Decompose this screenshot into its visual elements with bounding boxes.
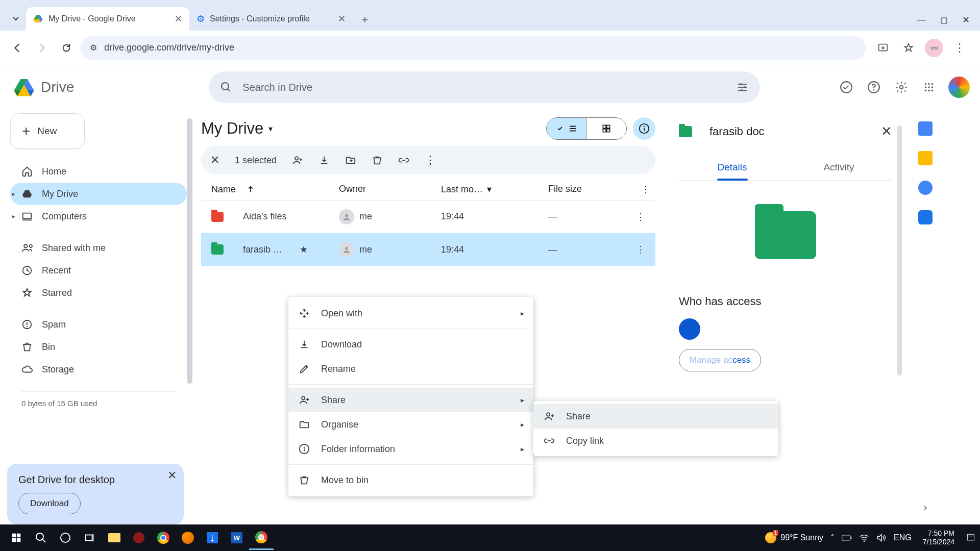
close-window-icon[interactable]: ✕ [962,14,970,26]
toggle-details-button[interactable] [633,117,655,140]
maximize-icon[interactable]: ◻ [940,14,948,26]
tab-details[interactable]: Details [679,155,786,180]
sidebar-item-storage[interactable]: Storage [10,358,187,381]
star-filled-icon[interactable]: ★ [300,244,308,255]
word-icon[interactable]: W [225,525,249,550]
cortana-icon[interactable] [53,525,78,550]
wifi-icon[interactable] [859,534,869,542]
ctx-open-with[interactable]: Open with ▸ [288,301,533,325]
language-indicator[interactable]: ENG [894,533,912,542]
firefox-icon[interactable] [176,525,200,550]
hide-side-panel-icon[interactable]: › [923,501,927,514]
search-taskbar-icon[interactable] [29,525,53,550]
move-icon[interactable] [345,155,356,166]
tray-chevron-icon[interactable]: ˄ [830,533,835,543]
calendar-app-icon[interactable] [918,121,933,136]
tab-search-dropdown[interactable] [6,8,26,29]
download-app-icon[interactable]: ↓ [200,525,225,550]
back-button[interactable] [7,38,28,58]
sidebar-item-recent[interactable]: Recent [10,259,187,282]
weather-widget[interactable]: 1 99°F Sunny [765,532,823,543]
chrome-profile-button[interactable]: 👓 [925,39,943,57]
ready-offline-icon[interactable] [838,79,854,95]
row-menu-icon[interactable]: ⋮ [636,211,645,222]
sidebar-item-home[interactable]: Home [10,160,187,183]
download-desktop-button[interactable]: Download [18,493,81,514]
sidebar-item-computers[interactable]: ▸ Computers [10,205,187,228]
chrome-active-icon[interactable] [249,525,274,550]
clear-selection-icon[interactable]: ✕ [210,154,219,167]
access-avatar[interactable] [679,318,700,340]
manage-access-button[interactable]: Manage access [679,349,761,371]
minimize-icon[interactable]: ― [917,14,926,26]
grid-view-button[interactable] [586,118,626,139]
sidebar-item-bin[interactable]: Bin [10,336,187,358]
list-view-button[interactable] [547,118,586,139]
ctx-move-to-bin[interactable]: Move to bin [288,468,533,492]
ctx-rename[interactable]: Rename [288,357,533,381]
drive-logo[interactable]: Drive [13,78,74,97]
row-menu-icon[interactable]: ⋮ [636,244,645,255]
app-icon[interactable] [127,525,151,550]
download-icon[interactable] [318,155,330,166]
battery-icon[interactable] [842,534,852,541]
install-app-icon[interactable] [874,39,892,57]
submenu-share[interactable]: Share [533,404,778,429]
chevron-right-icon[interactable]: ▸ [12,213,15,220]
contacts-app-icon[interactable] [918,210,933,224]
site-settings-icon[interactable]: ⚙ [90,43,97,53]
sidebar-item-spam[interactable]: Spam [10,313,187,336]
sidebar-item-starred[interactable]: Starred [10,282,187,304]
new-button[interactable]: + New [10,113,85,149]
forward-button[interactable] [32,38,52,58]
tab-drive[interactable]: My Drive - Google Drive ✕ [26,7,189,31]
bookmark-icon[interactable] [899,39,918,57]
close-details-icon[interactable]: ✕ [881,123,892,139]
close-tab-icon[interactable]: ✕ [175,13,182,24]
get-link-icon[interactable] [398,155,409,166]
col-owner-header[interactable]: Owner [339,184,441,195]
sidebar-item-shared[interactable]: Shared with me [10,237,187,259]
search-filters-icon[interactable] [737,81,749,93]
settings-gear-icon[interactable] [893,79,910,95]
ctx-folder-info[interactable]: Folder information ▸ [288,437,533,461]
search-input[interactable]: Search in Drive [209,71,760,103]
ctx-download[interactable]: Download [288,332,533,357]
submenu-copy-link[interactable]: Copy link [533,429,778,453]
tasks-app-icon[interactable] [918,181,933,195]
close-tab-icon[interactable]: ✕ [338,13,346,24]
sidebar-scrollbar[interactable] [187,118,192,440]
apps-grid-icon[interactable] [921,79,937,95]
table-row[interactable]: Aida's files me 19:44 — ⋮ [201,201,655,233]
tab-activity[interactable]: Activity [786,155,892,180]
share-person-icon[interactable] [292,155,303,166]
details-scrollbar[interactable] [897,126,902,375]
delete-icon[interactable] [372,155,383,166]
reload-button[interactable] [56,38,77,58]
col-menu-icon[interactable]: ⋮ [641,184,650,195]
clock[interactable]: 7:50 PM 7/15/2024 [919,529,959,546]
chrome-icon[interactable] [151,525,176,550]
sidebar-item-my-drive[interactable]: ▸ My Drive [10,183,187,205]
chevron-right-icon[interactable]: ▸ [12,190,15,197]
tab-settings[interactable]: ⚙ Settings - Customize profile ✕ [189,7,353,31]
col-name-header[interactable]: Name [211,184,339,195]
ctx-organise[interactable]: Organise ▸ [288,412,533,437]
new-tab-button[interactable]: + [356,13,374,27]
task-view-icon[interactable] [78,525,102,550]
account-avatar[interactable] [948,77,970,98]
notifications-icon[interactable] [966,533,976,543]
col-size-header[interactable]: File size [548,184,625,195]
more-actions-icon[interactable]: ⋮ [425,154,436,167]
folder-title[interactable]: My Drive ▾ [201,119,273,138]
file-explorer-icon[interactable] [102,525,127,550]
url-input[interactable]: ⚙ drive.google.com/drive/my-drive [81,36,866,60]
volume-icon[interactable] [876,533,887,542]
keep-app-icon[interactable] [918,151,933,165]
table-row[interactable]: farasib … ★ me 19:44 — ⋮ [201,233,655,266]
col-modified-header[interactable]: Last mo… ▾ [441,184,548,195]
chrome-menu-icon[interactable]: ⋮ [950,39,969,57]
ctx-share[interactable]: Share ▸ [288,388,533,412]
help-icon[interactable] [866,79,882,95]
start-button[interactable] [4,525,29,550]
